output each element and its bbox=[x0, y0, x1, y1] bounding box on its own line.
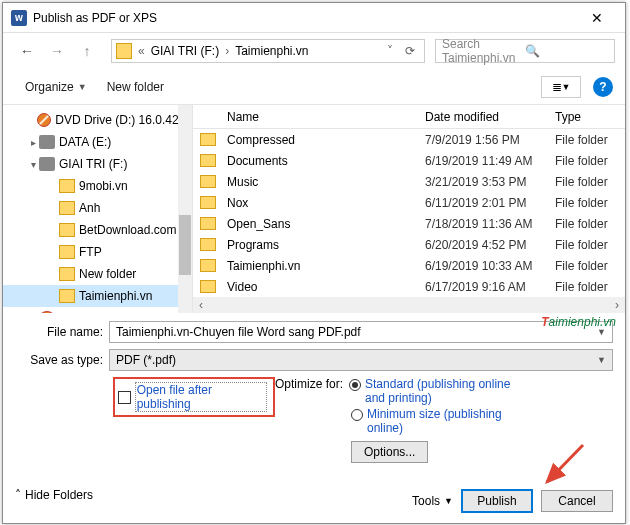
folder-icon bbox=[200, 175, 216, 188]
dvd-icon bbox=[37, 113, 51, 127]
hdd-icon bbox=[39, 135, 55, 149]
file-row[interactable]: Nox6/11/2019 2:01 PMFile folder bbox=[193, 192, 625, 213]
filename-input[interactable]: Taimienphi.vn-Chuyen file Word sang PDF.… bbox=[109, 321, 613, 343]
hide-folders-button[interactable]: ˄ Hide Folders bbox=[15, 488, 93, 502]
file-row[interactable]: Programs6/20/2019 4:52 PMFile folder bbox=[193, 234, 625, 255]
chevron-icon[interactable]: « bbox=[136, 44, 147, 58]
folder-icon bbox=[200, 280, 216, 293]
tree-item[interactable]: ▸DVD RW Drive ( bbox=[3, 307, 192, 313]
publish-button[interactable]: Publish bbox=[461, 489, 533, 513]
file-name: Taimienphi.vn bbox=[223, 259, 425, 273]
help-icon[interactable]: ? bbox=[593, 77, 613, 97]
file-type: File folder bbox=[555, 217, 625, 231]
tree-item[interactable]: BetDownload.com bbox=[3, 219, 192, 241]
chevron-right-icon[interactable]: › bbox=[223, 44, 231, 58]
fld-icon bbox=[59, 201, 75, 215]
horizontal-scrollbar[interactable]: ‹› bbox=[193, 297, 625, 313]
breadcrumb-seg[interactable]: GIAI TRI (F:) bbox=[147, 44, 223, 58]
column-type[interactable]: Type bbox=[555, 110, 625, 124]
scrollbar-thumb[interactable] bbox=[179, 215, 191, 275]
file-type: File folder bbox=[555, 238, 625, 252]
up-button[interactable]: ↑ bbox=[73, 39, 101, 63]
hdd-icon bbox=[39, 157, 55, 171]
file-date: 3/21/2019 3:53 PM bbox=[425, 175, 555, 189]
file-name: Nox bbox=[223, 196, 425, 210]
open-after-checkbox[interactable] bbox=[118, 391, 131, 404]
tools-button[interactable]: Tools▼ bbox=[412, 494, 453, 508]
folder-icon bbox=[200, 217, 216, 230]
address-bar[interactable]: « GIAI TRI (F:) › Taimienphi.vn ˅ ⟳ bbox=[111, 39, 425, 63]
tree-item[interactable]: 9mobi.vn bbox=[3, 175, 192, 197]
file-date: 6/19/2019 11:49 AM bbox=[425, 154, 555, 168]
savetype-dropdown[interactable]: PDF (*.pdf) ▼ bbox=[109, 349, 613, 371]
new-folder-button[interactable]: New folder bbox=[97, 76, 174, 98]
column-name[interactable]: Name bbox=[223, 110, 425, 124]
fld-icon bbox=[59, 179, 75, 193]
fld-icon bbox=[59, 267, 75, 281]
file-date: 6/20/2019 4:52 PM bbox=[425, 238, 555, 252]
file-row[interactable]: Open_Sans7/18/2019 11:36 AMFile folder bbox=[193, 213, 625, 234]
tree-scrollbar[interactable] bbox=[178, 105, 192, 313]
file-date: 6/19/2019 10:33 AM bbox=[425, 259, 555, 273]
file-type: File folder bbox=[555, 280, 625, 294]
search-input[interactable]: Search Taimienphi.vn 🔍 bbox=[435, 39, 615, 63]
tree-label: 9mobi.vn bbox=[79, 179, 128, 193]
address-dropdown-icon[interactable]: ˅ bbox=[380, 44, 400, 58]
tree-label: DVD Drive (D:) 16.0.4266 bbox=[55, 113, 192, 127]
column-date[interactable]: Date modified bbox=[425, 110, 555, 124]
back-button[interactable]: ← bbox=[13, 39, 41, 63]
file-type: File folder bbox=[555, 133, 625, 147]
tree-label: Anh bbox=[79, 201, 100, 215]
folder-icon bbox=[200, 196, 216, 209]
tree-item[interactable]: Taimienphi.vn bbox=[3, 285, 192, 307]
dropdown-icon[interactable]: ▼ bbox=[597, 355, 606, 365]
tree-item[interactable]: New folder bbox=[3, 263, 192, 285]
file-date: 7/18/2019 11:36 AM bbox=[425, 217, 555, 231]
breadcrumb-seg[interactable]: Taimienphi.vn bbox=[231, 44, 312, 58]
file-name: Programs bbox=[223, 238, 425, 252]
tree-item[interactable]: ▸DATA (E:) bbox=[3, 131, 192, 153]
tree-label: Taimienphi.vn bbox=[79, 289, 152, 303]
file-row[interactable]: Compressed7/9/2019 1:56 PMFile folder bbox=[193, 129, 625, 150]
folder-icon bbox=[200, 259, 216, 272]
dropdown-icon[interactable]: ▼ bbox=[597, 327, 606, 337]
file-name: Video bbox=[223, 280, 425, 294]
radio-standard-label[interactable]: Standard (publishing online and printing… bbox=[365, 377, 515, 405]
tree-item[interactable]: DVD Drive (D:) 16.0.4266 bbox=[3, 109, 192, 131]
refresh-icon[interactable]: ⟳ bbox=[400, 44, 420, 58]
search-icon[interactable]: 🔍 bbox=[525, 44, 608, 58]
file-row[interactable]: Music3/21/2019 3:53 PMFile folder bbox=[193, 171, 625, 192]
word-icon: w bbox=[11, 10, 27, 26]
window-title: Publish as PDF or XPS bbox=[33, 11, 577, 25]
cancel-button[interactable]: Cancel bbox=[541, 490, 613, 512]
folder-icon bbox=[116, 43, 132, 59]
organize-button[interactable]: Organize▼ bbox=[15, 76, 97, 98]
file-name: Compressed bbox=[223, 133, 425, 147]
radio-minimum-label[interactable]: Minimum size (publishing online) bbox=[367, 407, 517, 435]
tree-item[interactable]: ▾GIAI TRI (F:) bbox=[3, 153, 192, 175]
folder-icon bbox=[200, 238, 216, 251]
file-date: 7/9/2019 1:56 PM bbox=[425, 133, 555, 147]
file-row[interactable]: Video6/17/2019 9:16 AMFile folder bbox=[193, 276, 625, 297]
forward-button: → bbox=[43, 39, 71, 63]
radio-minimum[interactable] bbox=[351, 409, 363, 421]
radio-standard[interactable] bbox=[349, 379, 361, 391]
open-after-label[interactable]: Open file after publishing bbox=[135, 382, 267, 412]
folder-tree[interactable]: DVD Drive (D:) 16.0.4266▸DATA (E:)▾GIAI … bbox=[3, 105, 193, 313]
tree-label: FTP bbox=[79, 245, 102, 259]
options-button[interactable]: Options... bbox=[351, 441, 428, 463]
fld-icon bbox=[59, 223, 75, 237]
tree-item[interactable]: FTP bbox=[3, 241, 192, 263]
optimize-label: Optimize for: bbox=[275, 377, 343, 405]
chevron-up-icon: ˄ bbox=[15, 488, 21, 502]
close-icon[interactable]: ✕ bbox=[577, 10, 617, 26]
tree-label: GIAI TRI (F:) bbox=[59, 157, 127, 171]
fld-icon bbox=[59, 245, 75, 259]
view-mode-button[interactable]: ≣ ▼ bbox=[541, 76, 581, 98]
tree-label: BetDownload.com bbox=[79, 223, 176, 237]
file-row[interactable]: Taimienphi.vn6/19/2019 10:33 AMFile fold… bbox=[193, 255, 625, 276]
file-row[interactable]: Documents6/19/2019 11:49 AMFile folder bbox=[193, 150, 625, 171]
file-list[interactable]: Compressed7/9/2019 1:56 PMFile folderDoc… bbox=[193, 129, 625, 297]
file-name: Documents bbox=[223, 154, 425, 168]
tree-item[interactable]: Anh bbox=[3, 197, 192, 219]
